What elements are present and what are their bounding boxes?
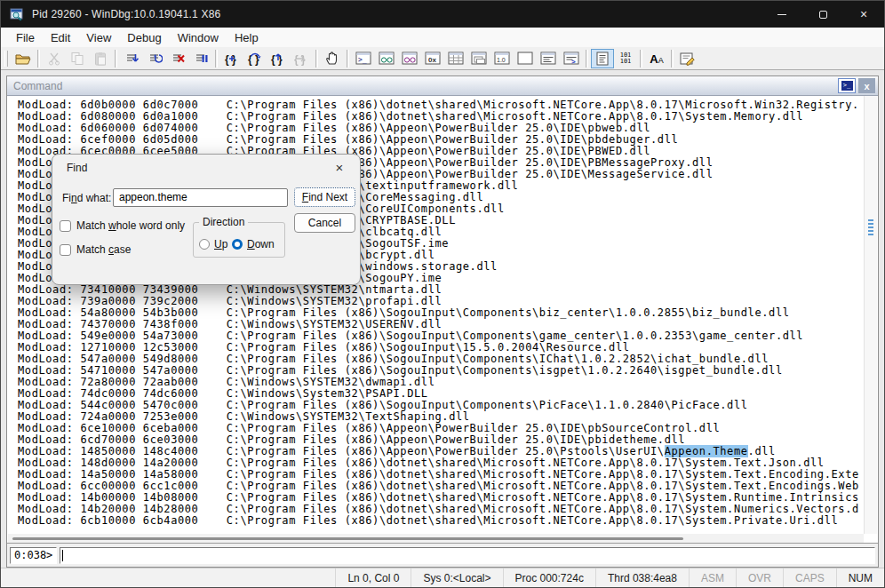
cancel-button[interactable]: Cancel: [294, 213, 355, 233]
status-proc-000-724c: Proc 000:724c: [503, 568, 595, 587]
menu-item-edit[interactable]: Edit: [43, 29, 78, 46]
windbg-window: Pid 29260 - WinDbg:10.0.19041.1 X86 × Fi…: [0, 0, 885, 588]
open-source-file-icon[interactable]: [12, 49, 35, 68]
maximize-button[interactable]: [802, 1, 843, 28]
toolbar-separator: [586, 50, 588, 68]
match-whole-word-label: Match whole word only: [76, 219, 185, 232]
find-what-label: Find what:: [62, 192, 111, 204]
status-num: NUM: [836, 568, 884, 587]
status-bar: Ln 0, Col 0Sys 0:<Local>Proc 000:724cThr…: [1, 568, 884, 587]
menu-item-view[interactable]: View: [78, 29, 119, 46]
title-bar[interactable]: Pid 29260 - WinDbg:10.0.19041.1 X86 ×: [1, 1, 884, 28]
horizontal-scrollbar[interactable]: [8, 534, 864, 543]
run-to-cursor-icon[interactable]: { }: [290, 49, 313, 68]
svg-text:1.0: 1.0: [497, 57, 506, 63]
find-what-input[interactable]: appeon.theme: [113, 188, 288, 207]
svg-text:>: >: [571, 58, 576, 66]
restart-icon[interactable]: [143, 49, 166, 68]
toolbar-separator: [347, 50, 349, 68]
status-thrd-038-4ea8: Thrd 038:4ea8: [595, 568, 689, 587]
match-case-label: Match case: [76, 243, 131, 256]
font-icon[interactable]: AA: [645, 49, 668, 68]
command-pane-title-bar[interactable]: Command >_ x: [7, 76, 878, 96]
toolbar-separator: [315, 50, 318, 68]
number-format-icon[interactable]: 101101: [614, 49, 637, 68]
command-pane: Command >_ x ModLoad: 6d0b0000 6d0c7000 …: [6, 75, 879, 568]
close-icon: ×: [860, 8, 867, 20]
status-asm: ASM: [689, 568, 736, 587]
go-icon[interactable]: [120, 49, 143, 68]
maximize-icon: [819, 11, 827, 19]
break-icon[interactable]: [189, 49, 212, 68]
toolbar-separator: [640, 50, 642, 68]
status-ovr: OVR: [736, 568, 783, 587]
paste-icon[interactable]: [89, 49, 112, 68]
command-pane-prompt-icon[interactable]: >_: [838, 78, 856, 93]
disassembly-window-icon[interactable]: 1.0: [490, 49, 514, 68]
direction-down-label: Down: [247, 238, 275, 250]
toolbar-separator: [671, 50, 674, 68]
status-sys-0-local: Sys 0:<Local>: [411, 568, 502, 587]
command-pane-title: Command: [13, 80, 62, 92]
menu-item-debug[interactable]: Debug: [119, 29, 169, 46]
locals-window-icon[interactable]: [398, 49, 421, 68]
find-dialog: Find × Find what: appeon.theme Find Next…: [52, 154, 361, 285]
menu-item-help[interactable]: Help: [227, 29, 267, 46]
command-window-icon[interactable]: >_: [352, 49, 375, 68]
options-icon[interactable]: [676, 49, 699, 68]
text-caret: [62, 550, 63, 561]
breakpoint-hand-icon[interactable]: [321, 49, 344, 68]
toolbar-grip[interactable]: [4, 51, 8, 67]
command-browser-icon[interactable]: >: [560, 49, 583, 68]
match-case-checkbox[interactable]: [60, 244, 71, 256]
vertical-scrollbar-thumb[interactable]: [868, 219, 873, 237]
menu-item-window[interactable]: Window: [170, 29, 227, 46]
scratch-pad-icon[interactable]: [514, 49, 537, 68]
command-pane-close-button[interactable]: x: [858, 78, 875, 93]
source-mode-toggle-icon[interactable]: [591, 49, 614, 68]
direction-label: Direction: [199, 216, 248, 228]
find-dialog-title: Find: [67, 162, 87, 174]
watch-window-icon[interactable]: [375, 49, 398, 68]
toolbar-separator: [115, 50, 117, 68]
vertical-scrollbar[interactable]: [864, 96, 877, 534]
svg-text:{ }: { }: [294, 53, 306, 66]
step-over-icon[interactable]: { }: [243, 49, 267, 68]
window-title: Pid 29260 - WinDbg:10.0.19041.1 X86: [32, 8, 220, 20]
step-out-icon[interactable]: { }: [267, 49, 290, 68]
copy-icon[interactable]: [66, 49, 89, 68]
cut-icon[interactable]: [43, 49, 66, 68]
toolbar-separator: [37, 50, 40, 68]
calls-window-icon[interactable]: [467, 49, 490, 68]
registers-window-icon[interactable]: 0x: [421, 49, 444, 68]
close-button[interactable]: ×: [843, 1, 884, 28]
mdi-workspace: Command >_ x ModLoad: 6d0b0000 6d0c7000 …: [1, 70, 884, 569]
direction-up-label: Up: [214, 238, 227, 250]
status-ln-0-col-0: Ln 0, Col 0: [335, 568, 411, 587]
toolbar: { }{ }{ }{ }>_0x1.0>101101AA: [1, 47, 884, 70]
windbg-app-icon: [10, 7, 24, 21]
memory-window-icon[interactable]: [444, 49, 467, 68]
svg-text:>_: >_: [358, 56, 367, 64]
toolbar-separator: [215, 50, 218, 68]
horizontal-scrollbar-thumb[interactable]: [12, 537, 683, 540]
stop-debugging-icon[interactable]: [166, 49, 189, 68]
menu-bar: FileEditViewDebugWindowHelp: [1, 28, 884, 47]
minimize-button[interactable]: [761, 1, 802, 28]
command-input[interactable]: [60, 547, 875, 564]
menu-item-file[interactable]: File: [8, 29, 43, 46]
direction-down-radio[interactable]: [232, 239, 243, 250]
command-input-row: 0:038>: [7, 543, 878, 567]
direction-up-radio[interactable]: [199, 239, 210, 250]
search-match-highlight: Appeon.Theme: [665, 445, 748, 457]
status-caps: CAPS: [783, 568, 836, 587]
step-into-icon[interactable]: { }: [220, 49, 243, 68]
output-line: ModLoad: 6cb10000 6cb4a000 C:\Program Fi…: [18, 515, 864, 527]
minimize-icon: [777, 14, 786, 15]
svg-text:0x: 0x: [428, 56, 436, 64]
find-dialog-close-button[interactable]: ×: [330, 158, 349, 176]
match-whole-word-checkbox[interactable]: [60, 220, 71, 232]
source-window-icon[interactable]: [537, 49, 560, 68]
find-next-button[interactable]: Find Next: [294, 187, 355, 207]
prompt-label: 0:038>: [10, 547, 57, 564]
